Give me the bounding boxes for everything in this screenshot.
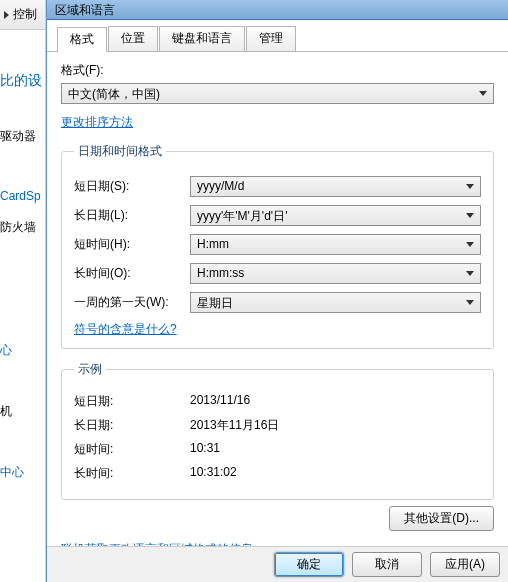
short-date-select[interactable]: yyyy/M/d (190, 176, 481, 197)
tab-keyboards[interactable]: 键盘和语言 (159, 26, 245, 51)
long-time-select[interactable]: H:mm:ss (190, 263, 481, 284)
breadcrumb-bar: 控制 (0, 0, 45, 30)
apply-button[interactable]: 应用(A) (430, 552, 500, 577)
first-day-label: 一周的第一天(W): (74, 294, 190, 311)
format-select-value: 中文(简体，中国) (68, 87, 160, 101)
example-long-date-label: 长日期: (74, 417, 190, 434)
first-day-select[interactable]: 星期日 (190, 292, 481, 313)
left-item: 机 (0, 395, 43, 428)
change-sort-link[interactable]: 更改排序方法 (61, 114, 133, 131)
breadcrumb-text: 控制 (13, 6, 37, 23)
long-time-label: 长时间(O): (74, 265, 190, 282)
left-heading-fragment: 比的设 (0, 64, 43, 92)
cancel-button[interactable]: 取消 (352, 552, 422, 577)
tab-panel-format: 格式(F): 中文(简体，中国) 更改排序方法 日期和时间格式 短日期(S): … (47, 52, 508, 566)
short-date-label: 短日期(S): (74, 178, 190, 195)
example-long-time-label: 长时间: (74, 465, 190, 482)
dialog-titlebar: 区域和语言 (47, 0, 508, 20)
left-item: 防火墙 (0, 211, 43, 244)
examples-legend: 示例 (74, 361, 106, 378)
chevron-down-icon (479, 91, 487, 96)
tab-bar: 格式 位置 键盘和语言 管理 (47, 20, 508, 52)
ok-button[interactable]: 确定 (274, 552, 344, 577)
examples-group: 示例 短日期: 2013/11/16 长日期: 2013年11月16日 短时间:… (61, 361, 494, 500)
long-date-select[interactable]: yyyy'年'M'月'd'日' (190, 205, 481, 226)
breadcrumb-arrow-icon (4, 11, 9, 19)
example-short-date-value: 2013/11/16 (190, 393, 250, 410)
chevron-down-icon (466, 242, 474, 247)
left-link[interactable]: CardSp (0, 181, 43, 211)
additional-settings-button[interactable]: 其他设置(D)... (389, 506, 494, 531)
short-time-label: 短时间(H): (74, 236, 190, 253)
example-short-time-label: 短时间: (74, 441, 190, 458)
chevron-down-icon (466, 271, 474, 276)
example-short-time-value: 10:31 (190, 441, 220, 458)
notation-meaning-link[interactable]: 符号的含意是什么? (74, 321, 177, 338)
format-select[interactable]: 中文(简体，中国) (61, 83, 494, 104)
chevron-down-icon (466, 300, 474, 305)
datetime-formats-group: 日期和时间格式 短日期(S): yyyy/M/d 长日期(L): yyyy'年'… (61, 143, 494, 349)
example-long-date-value: 2013年11月16日 (190, 417, 279, 434)
short-time-select[interactable]: H:mm (190, 234, 481, 255)
chevron-down-icon (466, 213, 474, 218)
chevron-down-icon (466, 184, 474, 189)
underlying-window-fragment: 控制 比的设 驱动器 CardSp 防火墙 心 机 中心 (0, 0, 46, 582)
tab-location[interactable]: 位置 (108, 26, 158, 51)
left-item: 驱动器 (0, 120, 43, 153)
left-link[interactable]: 中心 (0, 456, 43, 489)
format-label: 格式(F): (61, 62, 494, 79)
region-language-dialog: 区域和语言 格式 位置 键盘和语言 管理 格式(F): 中文(简体，中国) 更改… (46, 0, 508, 582)
dialog-button-bar: 确定 取消 应用(A) (47, 546, 508, 582)
example-short-date-label: 短日期: (74, 393, 190, 410)
dialog-title: 区域和语言 (55, 3, 115, 17)
tab-admin[interactable]: 管理 (246, 26, 296, 51)
long-date-label: 长日期(L): (74, 207, 190, 224)
datetime-formats-legend: 日期和时间格式 (74, 143, 166, 160)
example-long-time-value: 10:31:02 (190, 465, 237, 482)
tab-format[interactable]: 格式 (57, 27, 107, 52)
left-link[interactable]: 心 (0, 334, 43, 367)
